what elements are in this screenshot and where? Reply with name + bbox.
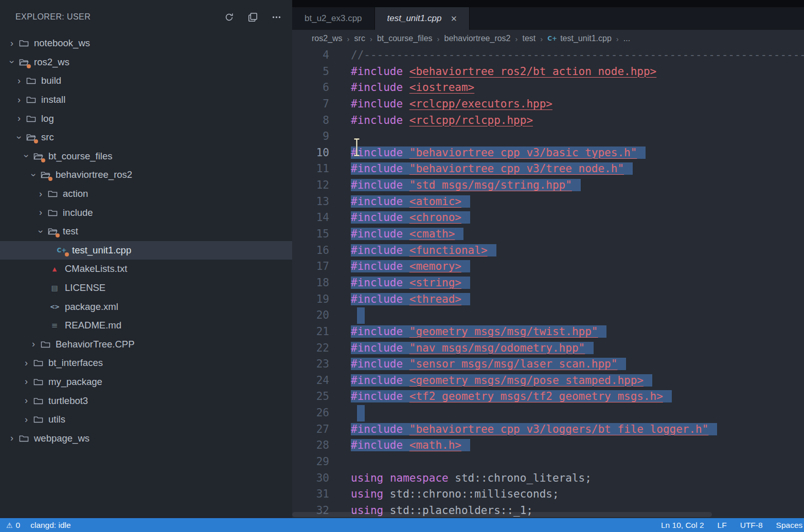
problems-indicator[interactable]: ⚠ 0 [6, 521, 20, 530]
tab-bt-u2-ex3-cpp[interactable]: bt_u2_ex3.cpp [292, 7, 375, 30]
code-line-9[interactable]: 9 [292, 129, 804, 145]
code-line-4[interactable]: 4//-------------------------------------… [292, 47, 804, 64]
code-text: #include "behaviortree_cpp_v3/loggers/bt… [351, 421, 717, 438]
tree-item-license[interactable]: ▤LICENSE [0, 279, 292, 298]
chevron-down-icon: › [21, 151, 32, 162]
tree-item-src[interactable]: ›src [0, 128, 292, 147]
code-line-24[interactable]: 24#include <geometry_msgs/msg/pose_stamp… [292, 373, 804, 389]
line-number: 31 [292, 486, 329, 503]
folder-icon [47, 189, 58, 198]
code-line-6[interactable]: 6#include <iostream> [292, 80, 804, 96]
indentation-indicator[interactable]: Spaces [776, 521, 803, 530]
tab-label: bt_u2_ex3.cpp [305, 13, 362, 24]
breadcrumb-item-test[interactable]: test [523, 34, 536, 43]
chevron-down-icon: › [28, 169, 39, 180]
code-editor[interactable]: 4//-------------------------------------… [292, 47, 804, 518]
tree-item-test[interactable]: ›test [0, 222, 292, 241]
breadcrumb-item-src[interactable]: src [354, 34, 365, 43]
tree-item-behaviortree-cpp[interactable]: ›BehaviorTree.CPP [0, 335, 292, 354]
code-line-26[interactable]: 26 [292, 405, 804, 421]
folder-icon [40, 340, 50, 349]
code-line-11[interactable]: 11#include "behaviortree_cpp_v3/tree_nod… [292, 161, 804, 177]
horizontal-scrollbar[interactable] [292, 512, 712, 517]
code-line-22[interactable]: 22#include "nav_msgs/msg/odometry.hpp" [292, 340, 804, 357]
breadcrumb-item-test-unit1-cpp[interactable]: C+test_unit1.cpp [547, 34, 612, 43]
tree-item-bt-course-files[interactable]: ›bt_course_files [0, 147, 292, 166]
code-text: #include <thread> [351, 291, 470, 308]
code-line-30[interactable]: 30using namespace std::chrono_literals; [292, 470, 804, 487]
code-text: #include <rclcpp/executors.hpp> [351, 96, 552, 113]
tree-item-notebook-ws[interactable]: ›notebook_ws [0, 34, 292, 53]
clangd-status[interactable]: clangd: idle [30, 521, 70, 530]
close-icon[interactable]: × [451, 13, 457, 24]
encoding-indicator[interactable]: UTF-8 [740, 521, 763, 530]
tree-item-build[interactable]: ›build [0, 71, 292, 90]
breadcrumb-item-ros2-ws[interactable]: ros2_ws [312, 34, 343, 43]
warning-count: 0 [16, 521, 21, 530]
line-number: 8 [292, 113, 329, 129]
line-number: 7 [292, 96, 329, 113]
code-line-14[interactable]: 14#include <chrono> [292, 210, 804, 226]
tree-item-install[interactable]: ›install [0, 90, 292, 109]
tree-item-include[interactable]: ›include [0, 203, 292, 222]
git-modified-dot [34, 139, 38, 143]
explorer-actions [223, 11, 282, 23]
code-line-17[interactable]: 17#include <memory> [292, 259, 804, 275]
code-line-13[interactable]: 13#include <atomic> [292, 194, 804, 210]
collapse-folders-icon[interactable] [247, 11, 258, 23]
chevron-right-icon: › [28, 339, 39, 350]
git-modified-dot [27, 64, 31, 68]
code-text: #include "sensor_msgs/msg/laser_scan.hpp… [351, 356, 626, 373]
tree-item-webpage-ws[interactable]: ›webpage_ws [0, 429, 292, 448]
code-line-18[interactable]: 18#include <string> [292, 275, 804, 291]
eol-indicator[interactable]: LF [718, 521, 727, 530]
code-line-21[interactable]: 21#include "geometry_msgs/msg/twist.hpp" [292, 324, 804, 340]
code-line-29[interactable]: 29 [292, 454, 804, 470]
breadcrumb-item-bt-course-files[interactable]: bt_course_files [377, 34, 433, 43]
code-line-7[interactable]: 7#include <rclcpp/executors.hpp> [292, 96, 804, 113]
line-number: 15 [292, 226, 329, 243]
folder-open-icon [47, 227, 58, 236]
chevron-down-icon: › [7, 57, 17, 68]
more-actions-icon[interactable] [271, 11, 282, 23]
git-modified-dot [65, 252, 69, 256]
code-line-5[interactable]: 5#include <behaviortree_ros2/bt_action_n… [292, 64, 804, 80]
code-line-27[interactable]: 27#include "behaviortree_cpp_v3/loggers/… [292, 421, 804, 438]
tree-item-my-package[interactable]: ›my_package [0, 373, 292, 392]
tree-item-ros2-ws[interactable]: ›ros2_ws [0, 53, 292, 72]
tree-item-readme-md[interactable]: ≡README.md [0, 316, 292, 335]
breadcrumb-item-behaviortree-ros2[interactable]: behaviortree_ros2 [444, 34, 511, 43]
code-line-19[interactable]: 19#include <thread> [292, 291, 804, 308]
chevron-right-icon: › [13, 95, 25, 105]
code-line-8[interactable]: 8#include <rclcpp/rclcpp.hpp> [292, 113, 804, 129]
tree-item-log[interactable]: ›log [0, 109, 292, 128]
tree-item-utils[interactable]: ›utils [0, 410, 292, 429]
breadcrumb-item-more[interactable]: ... [623, 34, 630, 43]
code-line-10[interactable]: 10#include "behaviortree_cpp_v3/basic_ty… [292, 145, 804, 161]
code-line-20[interactable]: 20 [292, 307, 804, 324]
code-line-23[interactable]: 23#include "sensor_msgs/msg/laser_scan.h… [292, 356, 804, 373]
code-line-16[interactable]: 16#include <functional> [292, 243, 804, 259]
selection-highlight: #include <functional> [351, 244, 496, 256]
refresh-icon[interactable] [223, 11, 235, 23]
code-line-25[interactable]: 25#include <tf2_geometry_msgs/tf2_geomet… [292, 389, 804, 405]
code-line-15[interactable]: 15#include <cmath> [292, 226, 804, 243]
tree-item-cmakelists-txt[interactable]: ▲CMakeLists.txt [0, 260, 292, 279]
tree-item-package-xml[interactable]: <>package.xml [0, 297, 292, 316]
folder-icon [26, 76, 36, 85]
tree-item-bt-interfaces[interactable]: ›bt_interfaces [0, 354, 292, 373]
git-modified-dot [41, 158, 45, 162]
tree-item-behaviortree-ros2[interactable]: ›behaviortree_ros2 [0, 166, 292, 185]
code-text: #include <geometry_msgs/msg/pose_stamped… [351, 373, 652, 389]
code-line-28[interactable]: 28#include <math.h> [292, 437, 804, 454]
tree-item-action[interactable]: ›action [0, 185, 292, 204]
selection-highlight: #include <atomic> [351, 195, 470, 208]
tab-test-unit1-cpp[interactable]: test_unit1.cpp× [375, 7, 470, 30]
cursor-position[interactable]: Ln 10, Col 2 [661, 521, 704, 530]
line-number: 13 [292, 194, 329, 210]
line-number: 19 [292, 291, 329, 308]
tree-item-turtlebot3[interactable]: ›turtlebot3 [0, 391, 292, 410]
tree-item-test-unit1-cpp[interactable]: C+test_unit1.cpp [0, 241, 292, 260]
code-line-31[interactable]: 31using std::chrono::milliseconds; [292, 486, 804, 503]
code-line-12[interactable]: 12#include "std_msgs/msg/string.hpp" [292, 177, 804, 194]
